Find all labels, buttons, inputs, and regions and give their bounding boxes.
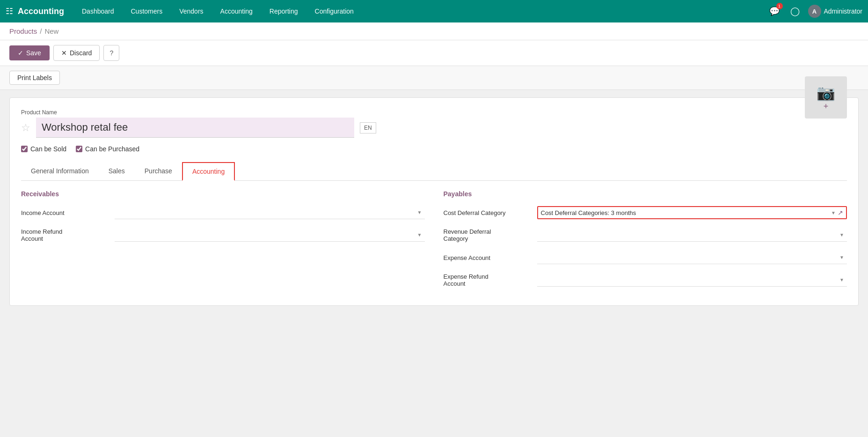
- save-button[interactable]: ✓ Save: [9, 45, 50, 60]
- nav-item-configuration[interactable]: Configuration: [306, 0, 362, 22]
- product-name-row: ☆ EN: [21, 118, 805, 138]
- clock-button[interactable]: ◯: [788, 4, 802, 19]
- expense-account-row: Expense Account ▼: [444, 249, 847, 266]
- app-brand: Accounting: [18, 7, 64, 16]
- revenue-deferral-dropdown[interactable]: ▼: [839, 232, 844, 237]
- action-bar: ✓ Save ✕ Discard ?: [0, 40, 868, 66]
- discard-button[interactable]: ✕ Discard: [53, 45, 100, 61]
- payables-title: Payables: [444, 190, 847, 198]
- x-icon: ✕: [61, 49, 67, 57]
- top-navigation: ☷ Accounting Dashboard Customers Vendors…: [0, 0, 868, 22]
- product-photo[interactable]: 📷 +: [805, 76, 847, 119]
- income-refund-account-label: Income RefundAccount: [21, 228, 115, 242]
- avatar: A: [808, 5, 821, 18]
- breadcrumb: Products / New: [0, 22, 868, 40]
- product-tabs: General Information Sales Purchase Accou…: [21, 162, 847, 181]
- payables-section: Payables Cost Deferral Category Cost Def…: [444, 190, 847, 294]
- receivables-section: Receivables Income Account ▼ Income Refu…: [21, 190, 425, 294]
- message-badge: 1: [776, 3, 783, 9]
- expense-account-label: Expense Account: [444, 254, 537, 261]
- language-badge[interactable]: EN: [360, 122, 376, 133]
- expense-account-dropdown[interactable]: ▼: [839, 255, 844, 260]
- income-refund-account-dropdown[interactable]: ▼: [417, 232, 422, 237]
- tab-sales[interactable]: Sales: [99, 162, 135, 181]
- product-form: 📷 + Product Name ☆ EN Can be Sold Can be…: [9, 97, 859, 306]
- nav-item-dashboard[interactable]: Dashboard: [73, 0, 123, 22]
- can-be-sold-checkbox[interactable]: Can be Sold: [21, 145, 66, 153]
- accounting-content: Receivables Income Account ▼ Income Refu…: [21, 190, 847, 294]
- breadcrumb-parent[interactable]: Products: [9, 27, 37, 35]
- messages-button[interactable]: 💬 1: [767, 4, 782, 19]
- nav-menu: Dashboard Customers Vendors Accounting R…: [73, 0, 767, 22]
- revenue-deferral-category-row: Revenue DeferralCategory ▼: [444, 227, 847, 244]
- can-be-sold-label: Can be Sold: [30, 145, 66, 153]
- tab-purchase[interactable]: Purchase: [135, 162, 182, 181]
- income-account-row: Income Account ▼: [21, 204, 425, 221]
- cost-deferral-dropdown[interactable]: ▼: [831, 210, 836, 215]
- product-name-label: Product Name: [21, 109, 847, 116]
- print-labels-button[interactable]: Print Labels: [9, 71, 60, 85]
- breadcrumb-separator: /: [40, 27, 42, 35]
- revenue-deferral-category-label: Revenue DeferralCategory: [444, 228, 537, 242]
- nav-item-customers[interactable]: Customers: [123, 0, 171, 22]
- receivables-title: Receivables: [21, 190, 425, 198]
- can-be-purchased-checkbox[interactable]: Can be Purchased: [76, 145, 139, 153]
- expense-refund-account-row: Expense RefundAccount ▼: [444, 272, 847, 289]
- sub-action-bar: Print Labels: [0, 66, 868, 90]
- income-refund-account-value[interactable]: ▼: [115, 229, 425, 242]
- user-menu[interactable]: A Administrator: [808, 5, 862, 18]
- expense-refund-account-value[interactable]: ▼: [537, 274, 847, 287]
- breadcrumb-current: New: [44, 27, 58, 35]
- cost-deferral-category-text: Cost Deferral Categories: 3 months: [541, 209, 829, 216]
- tab-general-information[interactable]: General Information: [21, 162, 99, 181]
- external-link-icon[interactable]: ↗: [838, 209, 843, 216]
- cost-deferral-category-label: Cost Deferral Category: [444, 209, 537, 216]
- income-refund-account-row: Income RefundAccount ▼: [21, 227, 425, 244]
- income-account-dropdown[interactable]: ▼: [417, 210, 422, 215]
- tab-accounting[interactable]: Accounting: [182, 162, 235, 181]
- help-button[interactable]: ?: [103, 45, 119, 61]
- checkmark-icon: ✓: [18, 49, 23, 57]
- expense-refund-account-label: Expense RefundAccount: [444, 273, 537, 287]
- product-name-input[interactable]: [36, 118, 354, 138]
- camera-icon: 📷: [817, 84, 835, 102]
- cost-deferral-category-row: Cost Deferral Category Cost Deferral Cat…: [444, 204, 847, 221]
- expense-refund-dropdown[interactable]: ▼: [839, 277, 844, 282]
- checkboxes-row: Can be Sold Can be Purchased: [21, 145, 847, 153]
- add-photo-icon: +: [817, 102, 835, 111]
- favorite-icon[interactable]: ☆: [21, 122, 30, 134]
- grid-icon[interactable]: ☷: [6, 6, 13, 16]
- nav-right: 💬 1 ◯ A Administrator: [767, 4, 862, 19]
- nav-item-accounting[interactable]: Accounting: [212, 0, 261, 22]
- admin-name: Administrator: [824, 7, 862, 15]
- cost-deferral-category-value[interactable]: Cost Deferral Categories: 3 months ▼ ↗: [537, 206, 847, 219]
- income-account-value[interactable]: ▼: [115, 206, 425, 219]
- income-account-label: Income Account: [21, 209, 115, 216]
- nav-item-reporting[interactable]: Reporting: [261, 0, 306, 22]
- expense-account-value[interactable]: ▼: [537, 251, 847, 264]
- can-be-purchased-label: Can be Purchased: [85, 145, 139, 153]
- nav-item-vendors[interactable]: Vendors: [171, 0, 212, 22]
- revenue-deferral-category-value[interactable]: ▼: [537, 229, 847, 242]
